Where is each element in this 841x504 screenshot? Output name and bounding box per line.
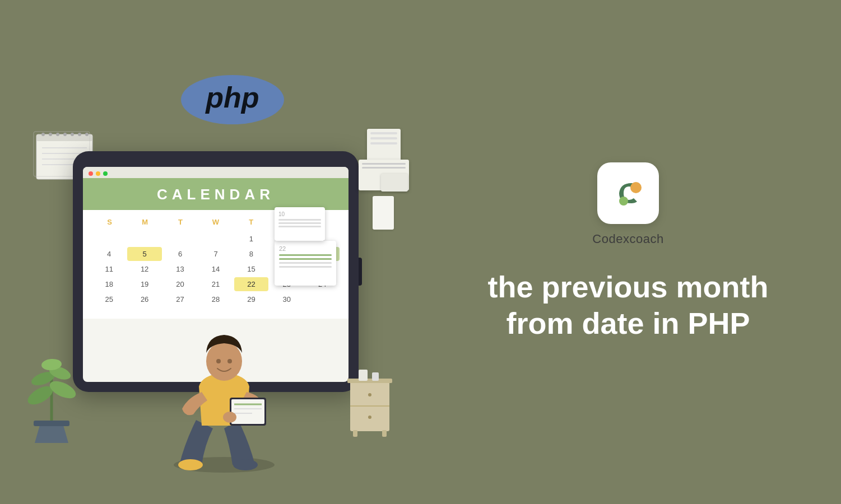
svg-rect-22: [382, 430, 387, 437]
calendar-header: CALENDAR: [83, 178, 349, 210]
day-w: W: [198, 214, 233, 230]
cal-cell: 1: [234, 232, 268, 246]
tablet-button: [359, 258, 362, 286]
main-title: the previous month from date in PHP: [487, 269, 768, 342]
php-logo: php: [179, 73, 286, 127]
svg-point-8: [41, 133, 45, 136]
float-note-10: 10: [275, 207, 325, 241]
plant: [24, 334, 80, 448]
title-line-2: from date in PHP: [506, 306, 750, 340]
brand-section: Codexcoach: [592, 162, 663, 246]
svg-rect-25: [34, 421, 69, 426]
svg-point-42: [206, 342, 242, 381]
svg-point-12: [71, 133, 74, 136]
cal-cell: 11: [92, 262, 126, 276]
svg-point-33: [178, 459, 203, 470]
svg-rect-21: [353, 430, 357, 437]
deco-card-b: [373, 196, 394, 230]
cal-cell: [163, 232, 197, 246]
cal-cell: [198, 232, 233, 246]
svg-rect-36: [231, 399, 264, 424]
deco-card-a: [381, 174, 408, 192]
svg-point-14: [85, 133, 89, 136]
day-s1: S: [92, 214, 127, 230]
cal-cell: 7: [198, 247, 233, 261]
cal-cell: 4: [92, 247, 126, 261]
svg-point-46: [630, 182, 642, 193]
tablet-dots: [83, 167, 349, 178]
svg-rect-23: [359, 370, 368, 381]
shelf-furniture: [347, 364, 392, 437]
cal-cell: 8: [234, 247, 268, 261]
day-m: M: [127, 214, 162, 230]
svg-point-10: [56, 133, 59, 136]
brand-name-label: Codexcoach: [592, 232, 663, 246]
svg-rect-17: [347, 379, 392, 383]
cal-cell: 5: [127, 247, 161, 261]
title-line-1: the previous month: [487, 270, 768, 304]
cal-cell: 25: [92, 292, 126, 306]
float-note-22: 22: [275, 241, 336, 286]
right-content: Codexcoach the previous month from date …: [449, 0, 807, 504]
svg-point-44: [227, 359, 232, 363]
cal-cell: 14: [198, 262, 233, 276]
dot-red: [89, 171, 93, 176]
cal-cell: 6: [163, 247, 197, 261]
svg-point-40: [223, 412, 236, 423]
left-illustration: php: [0, 0, 420, 504]
day-t1: T: [162, 214, 198, 230]
calendar-title: CALENDAR: [89, 186, 343, 203]
day-t2: T: [234, 214, 269, 230]
cal-cell: 13: [163, 262, 197, 276]
svg-point-20: [368, 416, 371, 419]
cal-cell: [305, 292, 340, 306]
svg-point-47: [619, 197, 628, 206]
cal-cell: [92, 232, 126, 246]
cal-cell: 18: [92, 277, 126, 291]
svg-point-34: [233, 459, 258, 470]
cal-cell: 12: [127, 262, 161, 276]
svg-point-45: [608, 173, 648, 213]
cal-cell: [127, 232, 161, 246]
svg-point-9: [49, 133, 52, 136]
svg-rect-24: [372, 372, 379, 381]
dot-yellow: [96, 171, 100, 176]
cal-cell: [92, 307, 126, 313]
svg-point-43: [216, 359, 221, 363]
svg-point-11: [63, 133, 67, 136]
person-illustration: [151, 286, 297, 476]
brand-icon: [597, 162, 659, 224]
cal-cell: 15: [234, 262, 268, 276]
dot-green: [103, 171, 108, 176]
svg-point-13: [78, 133, 81, 136]
svg-text:php: php: [205, 81, 259, 114]
svg-point-19: [368, 393, 371, 396]
